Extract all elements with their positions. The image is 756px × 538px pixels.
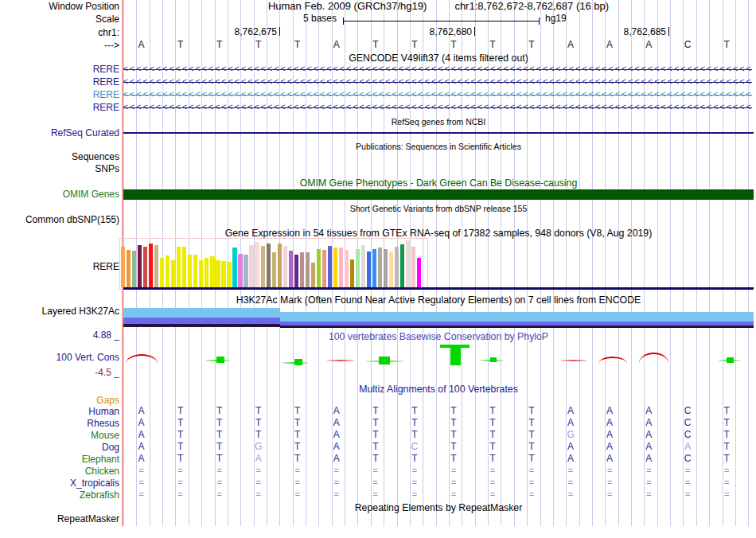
gtex-tissue-bar[interactable]	[249, 245, 253, 287]
gtex-tissue-bar[interactable]	[244, 255, 247, 287]
gtex-tissue-bar[interactable]	[328, 246, 332, 287]
gtex-tissue-bar[interactable]	[227, 262, 231, 287]
gtex-tissue-bar[interactable]	[417, 258, 421, 287]
track-label-gtex-gene[interactable]: RERE	[0, 261, 119, 272]
omim-gene-bar[interactable]	[123, 189, 754, 200]
gtex-tissue-bar[interactable]	[317, 249, 321, 287]
gtex-tissue-bar[interactable]	[372, 249, 376, 287]
gtex-tissue-bar[interactable]	[350, 259, 354, 287]
gtex-tissue-bar[interactable]	[221, 261, 225, 287]
track-label-100-vert-cons[interactable]: 100 Vert. Cons	[0, 352, 119, 363]
gtex-tissue-bar[interactable]	[389, 251, 393, 287]
gencode-transcript-line[interactable]: <<<<<<<<<<<<<<<<<<<<<<<<<<<<<<<<<<<<<<<<…	[123, 90, 752, 99]
gtex-tissue-bar[interactable]	[411, 247, 415, 287]
gtex-tissue-bar[interactable]	[132, 251, 136, 287]
gencode-item-label[interactable]: RERE	[0, 89, 119, 100]
gtex-tissue-bar[interactable]	[289, 251, 293, 287]
gencode-item-label[interactable]: RERE	[0, 76, 119, 88]
gtex-tissue-bar[interactable]	[255, 242, 259, 287]
gtex-tissue-bar[interactable]	[199, 260, 203, 287]
gtex-tissue-bar[interactable]	[333, 248, 337, 287]
track-label-layered-h3k27ac[interactable]: Layered H3K27Ac	[0, 306, 119, 317]
gtex-tissue-bar[interactable]	[177, 247, 181, 287]
gencode-item-label[interactable]: RERE	[0, 102, 119, 113]
multiz-species-label[interactable]: Chicken	[0, 466, 119, 477]
gtex-tissue-bar[interactable]	[149, 244, 153, 287]
alignment-base: C	[668, 454, 707, 464]
gtex-tissue-bar[interactable]	[188, 255, 192, 287]
alignment-base: A	[590, 442, 629, 452]
gtex-tissue-bar[interactable]	[322, 250, 326, 287]
track-label-repeatmasker[interactable]: RepeatMasker	[0, 513, 119, 524]
gtex-tissue-bar[interactable]	[121, 247, 125, 287]
gtex-tissue-bar[interactable]	[138, 245, 142, 287]
gtex-tissue-bar[interactable]	[143, 247, 147, 287]
track-label-common-dbsnp[interactable]: Common dbSNP(155)	[0, 214, 119, 225]
alignment-gap-mark: =	[162, 466, 200, 476]
alignment-base: T	[201, 418, 239, 428]
multiz-species-label[interactable]: Elephant	[0, 454, 119, 465]
h3k27ac-signal-right-dark[interactable]	[280, 326, 754, 328]
gencode-transcript-line[interactable]: <<<<<<<<<<<<<<<<<<<<<<<<<<<<<<<<<<<<<<<<…	[123, 77, 752, 87]
track-label-snps[interactable]: SNPs	[0, 163, 119, 174]
h3k27ac-signal-left-dark[interactable]	[123, 324, 280, 327]
gtex-tissue-bar[interactable]	[300, 252, 304, 287]
gtex-tissue-bar[interactable]	[216, 260, 220, 287]
gtex-tissue-bar[interactable]	[339, 248, 343, 287]
gtex-tissue-bar[interactable]	[283, 246, 287, 287]
h3k27ac-signal-left-sky[interactable]	[123, 308, 280, 318]
multiz-species-label[interactable]: Gaps	[0, 395, 119, 406]
gtex-tissue-bar[interactable]	[311, 263, 315, 287]
h3k27ac-signal-right-sky[interactable]	[280, 312, 754, 322]
gencode-transcript-line[interactable]: <<<<<<<<<<<<<<<<<<<<<<<<<<<<<<<<<<<<<<<<…	[123, 103, 752, 112]
gtex-tissue-bar[interactable]	[400, 244, 404, 287]
alignment-base: T	[279, 430, 317, 440]
strand-label[interactable]: --->	[0, 40, 119, 51]
assembly-text: Human Feb. 2009 (GRCh37/hg19)	[268, 1, 427, 12]
gtex-tissue-bar[interactable]	[367, 251, 371, 287]
gencode-item-label[interactable]: RERE	[0, 64, 119, 75]
multiz-species-label[interactable]: Mouse	[0, 430, 119, 441]
gtex-tissue-bar[interactable]	[278, 244, 282, 287]
multiz-species-label[interactable]: Zebrafish	[0, 489, 119, 501]
coord-2: 8,762,680	[398, 27, 472, 37]
track-label-refseq-curated[interactable]: RefSeq Curated	[0, 127, 119, 138]
gtex-tissue-bar[interactable]	[238, 254, 242, 287]
track-label-omim-genes[interactable]: OMIM Genes	[0, 189, 119, 200]
gtex-tissue-bar[interactable]	[232, 248, 236, 287]
gtex-tissue-bar[interactable]	[160, 258, 164, 287]
multiz-species-label[interactable]: Rhesus	[0, 418, 119, 429]
gtex-tissue-bar[interactable]	[378, 248, 382, 287]
gtex-tissue-bar[interactable]	[395, 247, 399, 287]
gtex-tissue-bar[interactable]	[127, 250, 131, 287]
gtex-tissue-bar[interactable]	[193, 255, 197, 287]
gtex-tissue-bar[interactable]	[345, 250, 349, 287]
gtex-tissue-bar[interactable]	[210, 256, 214, 287]
gtex-tissue-bar[interactable]	[406, 240, 410, 287]
multiz-species-label[interactable]: Human	[0, 406, 119, 417]
gencode-transcript-line[interactable]: <<<<<<<<<<<<<<<<<<<<<<<<<<<<<<<<<<<<<<<<…	[123, 64, 752, 74]
genome-build: hg19	[545, 14, 567, 24]
alignment-gap-mark: =	[279, 466, 317, 476]
refseq-gene-line[interactable]	[123, 132, 754, 134]
gtex-tissue-bar[interactable]	[205, 258, 208, 287]
multiz-species-label[interactable]: X_tropicalis	[0, 478, 119, 489]
gtex-tissue-bar[interactable]	[306, 252, 310, 287]
h3k27ac-signal-left-violet[interactable]	[123, 318, 280, 324]
gtex-tissue-bar[interactable]	[356, 249, 360, 287]
gtex-tissue-bar[interactable]	[261, 246, 265, 287]
track-label-sequences[interactable]: Sequences	[0, 151, 119, 162]
ruler-base: T	[357, 40, 395, 50]
gtex-tissue-bar[interactable]	[294, 255, 298, 287]
gtex-tissue-bar[interactable]	[166, 255, 170, 287]
gtex-tissue-bar[interactable]	[361, 245, 365, 287]
multiz-species-label[interactable]: Dog	[0, 442, 119, 453]
alignment-base: T	[162, 430, 200, 440]
gtex-tissue-bar[interactable]	[182, 247, 186, 287]
gtex-tissue-bar[interactable]	[267, 244, 271, 287]
gtex-tissue-bar[interactable]	[384, 249, 388, 287]
gtex-tissue-bar[interactable]	[272, 252, 276, 287]
gtex-tissue-bar[interactable]	[154, 245, 158, 287]
h3k27ac-track-title: H3K27Ac Mark (Often Found Near Active Re…	[123, 294, 754, 306]
gtex-tissue-bar[interactable]	[171, 260, 175, 287]
